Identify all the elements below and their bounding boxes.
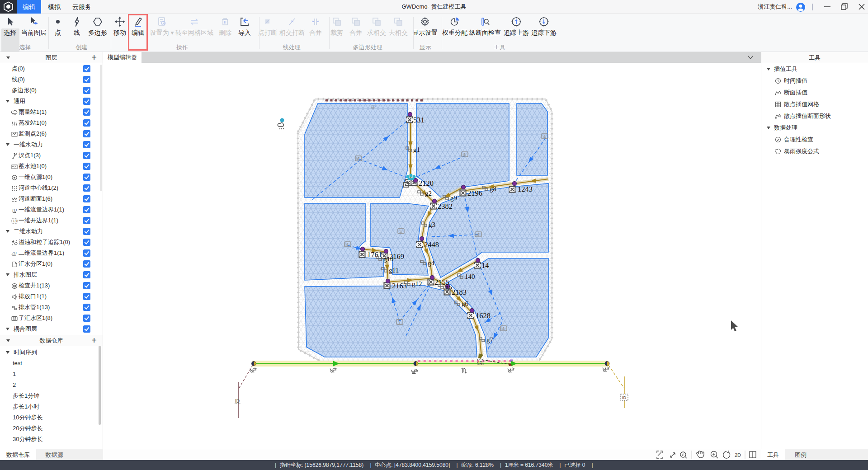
- svg-text:2D: 2D: [735, 452, 741, 458]
- svg-text:2D: 2D: [12, 251, 17, 255]
- svg-text:1628: 1628: [476, 311, 491, 320]
- svg-text:g5: g5: [445, 283, 452, 291]
- svg-text:ID: ID: [235, 399, 240, 404]
- svg-text:g7: g7: [486, 336, 494, 343]
- svg-text:2382: 2382: [438, 202, 453, 211]
- svg-text:1D: 1D: [12, 208, 17, 212]
- svg-text:g11: g11: [389, 267, 399, 274]
- svg-text:2D: 2D: [371, 104, 376, 108]
- svg-text:531: 531: [413, 116, 425, 124]
- svg-text:g10: g10: [383, 255, 394, 263]
- svg-text:1D: 1D: [13, 219, 17, 223]
- svg-text:g4: g4: [428, 259, 435, 267]
- svg-text:ID: ID: [622, 395, 627, 400]
- svg-text:g1: g1: [413, 146, 420, 153]
- svg-text:g6: g6: [462, 300, 469, 307]
- svg-text:2196: 2196: [467, 189, 482, 197]
- svg-text:2183: 2183: [452, 288, 467, 296]
- svg-text:g9: g9: [450, 194, 457, 202]
- svg-text:g3: g3: [429, 221, 435, 228]
- svg-text:1243: 1243: [518, 185, 533, 193]
- svg-text:g12: g12: [412, 280, 422, 287]
- svg-text:2120: 2120: [419, 179, 434, 188]
- svg-text:2448: 2448: [424, 240, 439, 249]
- svg-text:g2: g2: [425, 190, 432, 197]
- svg-text:140: 140: [465, 273, 475, 280]
- svg-text:ID: ID: [478, 360, 483, 365]
- svg-text:g8: g8: [490, 185, 496, 193]
- svg-text:1761: 1761: [367, 250, 382, 259]
- svg-text:14: 14: [481, 261, 489, 270]
